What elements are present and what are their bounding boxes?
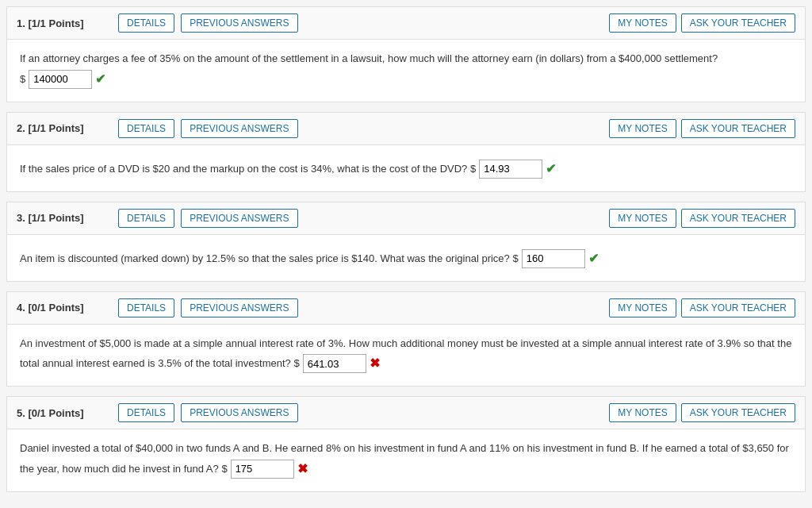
details-button-5[interactable]: DETAILS [118, 403, 174, 422]
question-body-1: If an attorney charges a fee of 35% on t… [7, 40, 805, 102]
status-icon-2: ✔ [546, 160, 556, 179]
dollar-sign-2: $ [470, 161, 476, 177]
ask-teacher-button-3[interactable]: ASK YOUR TEACHER [681, 209, 795, 228]
question-header-2: 2. [1/1 Points]DETAILSPREVIOUS ANSWERSMY… [7, 113, 805, 145]
previous-answers-button-1[interactable]: PREVIOUS ANSWERS [181, 13, 297, 33]
my-notes-button-1[interactable]: MY NOTES [609, 13, 676, 33]
ask-teacher-button-2[interactable]: ASK YOUR TEACHER [681, 119, 795, 138]
question-text-1: If an attorney charges a fee of 35% on t… [20, 52, 718, 64]
my-notes-button-4[interactable]: MY NOTES [609, 298, 676, 318]
my-notes-button-3[interactable]: MY NOTES [609, 209, 676, 228]
dollar-sign-1: $ [20, 71, 25, 87]
details-button-1[interactable]: DETAILS [118, 13, 174, 33]
question-text-2: If the sales price of a DVD is $20 and t… [20, 163, 470, 175]
question-block-5: 5. [0/1 Points]DETAILSPREVIOUS ANSWERSMY… [6, 396, 806, 492]
answer-input-4[interactable] [303, 354, 366, 373]
my-notes-button-5[interactable]: MY NOTES [609, 403, 676, 422]
question-block-1: 1. [1/1 Points]DETAILSPREVIOUS ANSWERSMY… [6, 6, 806, 102]
ask-teacher-button-4[interactable]: ASK YOUR TEACHER [681, 298, 795, 318]
question-text-4: An investment of $5,000 is made at a sim… [20, 337, 791, 370]
details-button-4[interactable]: DETAILS [118, 298, 174, 318]
question-block-3: 3. [1/1 Points]DETAILSPREVIOUS ANSWERSMY… [6, 202, 806, 282]
question-text-5: Daniel invested a total of $40,000 in tw… [20, 442, 789, 475]
question-number-5: 5. [0/1 Points] [17, 407, 112, 419]
answer-row-5: $✖ [221, 460, 307, 479]
dollar-sign-5: $ [221, 461, 227, 477]
question-number-1: 1. [1/1 Points] [17, 17, 112, 29]
question-text-3: An item is discounted (marked down) by 1… [20, 252, 512, 264]
question-block-4: 4. [0/1 Points]DETAILSPREVIOUS ANSWERSMY… [6, 291, 806, 387]
status-icon-1: ✔ [95, 70, 105, 89]
previous-answers-button-5[interactable]: PREVIOUS ANSWERS [181, 403, 297, 422]
question-header-1: 1. [1/1 Points]DETAILSPREVIOUS ANSWERSMY… [7, 7, 805, 40]
answer-row-3: $✔ [512, 249, 598, 268]
question-body-5: Daniel invested a total of $40,000 in tw… [7, 429, 805, 491]
answer-row-4: $✖ [293, 354, 379, 373]
status-icon-3: ✔ [588, 249, 599, 268]
details-button-2[interactable]: DETAILS [118, 119, 174, 138]
dollar-sign-4: $ [293, 356, 299, 371]
answer-row-2: $✔ [470, 160, 556, 179]
answer-row-1: $✔ [20, 70, 105, 89]
question-header-4: 4. [0/1 Points]DETAILSPREVIOUS ANSWERSMY… [7, 292, 805, 325]
answer-input-3[interactable] [522, 249, 585, 268]
answer-input-1[interactable] [29, 70, 92, 89]
previous-answers-button-4[interactable]: PREVIOUS ANSWERS [181, 298, 297, 318]
question-body-3: An item is discounted (marked down) by 1… [7, 235, 805, 281]
right-button-group-3: MY NOTESASK YOUR TEACHER [609, 209, 795, 228]
status-icon-5: ✖ [297, 460, 308, 479]
details-button-3[interactable]: DETAILS [118, 209, 174, 228]
ask-teacher-button-1[interactable]: ASK YOUR TEACHER [681, 13, 795, 33]
page-container: 1. [1/1 Points]DETAILSPREVIOUS ANSWERSMY… [0, 0, 812, 508]
question-header-3: 3. [1/1 Points]DETAILSPREVIOUS ANSWERSMY… [7, 202, 805, 235]
previous-answers-button-2[interactable]: PREVIOUS ANSWERS [181, 119, 297, 138]
question-number-3: 3. [1/1 Points] [17, 212, 112, 224]
status-icon-4: ✖ [370, 354, 380, 373]
question-number-4: 4. [0/1 Points] [17, 302, 112, 314]
question-number-2: 2. [1/1 Points] [17, 122, 112, 134]
answer-input-2[interactable] [479, 160, 542, 179]
question-block-2: 2. [1/1 Points]DETAILSPREVIOUS ANSWERSMY… [6, 112, 806, 192]
question-header-5: 5. [0/1 Points]DETAILSPREVIOUS ANSWERSMY… [7, 397, 805, 429]
previous-answers-button-3[interactable]: PREVIOUS ANSWERS [181, 209, 297, 228]
right-button-group-1: MY NOTESASK YOUR TEACHER [609, 13, 795, 33]
ask-teacher-button-5[interactable]: ASK YOUR TEACHER [681, 403, 795, 422]
right-button-group-4: MY NOTESASK YOUR TEACHER [609, 298, 795, 318]
dollar-sign-3: $ [512, 251, 518, 267]
right-button-group-2: MY NOTESASK YOUR TEACHER [609, 119, 795, 138]
answer-input-5[interactable] [231, 460, 294, 479]
my-notes-button-2[interactable]: MY NOTES [609, 119, 676, 138]
right-button-group-5: MY NOTESASK YOUR TEACHER [609, 403, 795, 422]
question-body-4: An investment of $5,000 is made at a sim… [7, 325, 805, 387]
question-body-2: If the sales price of a DVD is $20 and t… [7, 145, 805, 191]
